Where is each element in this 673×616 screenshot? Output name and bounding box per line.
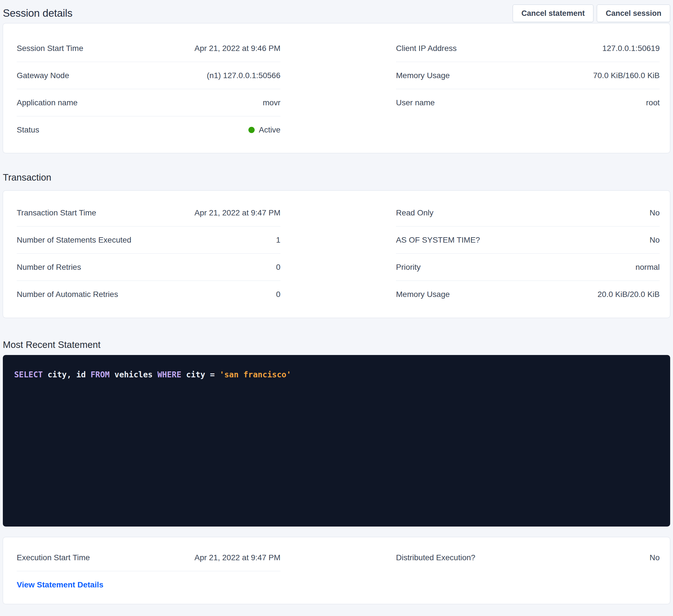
row-transaction-memory-usage: Memory Usage 20.0 KiB/20.0 KiB: [396, 281, 660, 308]
priority-label: Priority: [396, 263, 421, 272]
sql-columns: city, id: [43, 370, 91, 379]
most-recent-statement-heading: Most Recent Statement: [3, 339, 670, 350]
execution-grid: Execution Start Time Apr 21, 2022 at 9:4…: [3, 537, 670, 604]
sql-table-name: vehicles: [109, 370, 158, 379]
execution-right-column: Distributed Execution? No: [396, 544, 660, 598]
user-name-value: root: [646, 98, 660, 107]
number-of-retries-value: 0: [276, 263, 280, 272]
transaction-heading: Transaction: [3, 172, 670, 183]
view-statement-details-link[interactable]: View Statement Details: [17, 580, 103, 589]
automatic-retries-label: Number of Automatic Retries: [17, 290, 118, 299]
read-only-label: Read Only: [396, 208, 433, 218]
transaction-memory-usage-label: Memory Usage: [396, 290, 450, 299]
row-status: Status Active: [17, 116, 280, 143]
row-application-name: Application name movr: [17, 89, 280, 116]
transaction-start-time-label: Transaction Start Time: [17, 208, 96, 218]
row-as-of-system-time: AS OF SYSTEM TIME? No: [396, 227, 660, 254]
statements-executed-label: Number of Statements Executed: [17, 236, 132, 245]
user-name-label: User name: [396, 98, 435, 107]
sql-statement-line: SELECT city, id FROM vehicles WHERE city…: [14, 370, 659, 380]
application-name-value: movr: [263, 98, 280, 107]
status-label: Status: [17, 125, 39, 134]
sql-string-literal: 'san francisco': [220, 370, 291, 379]
read-only-value: No: [650, 208, 660, 218]
transaction-start-time-value: Apr 21, 2022 at 9:47 PM: [194, 208, 280, 218]
gateway-node-link[interactable]: (n1) 127.0.0.1:50566: [207, 71, 280, 80]
row-client-ip-address: Client IP Address 127.0.0.1:50619: [396, 35, 660, 62]
execution-left-column: Execution Start Time Apr 21, 2022 at 9:4…: [17, 544, 280, 598]
execution-card: Execution Start Time Apr 21, 2022 at 9:4…: [3, 537, 670, 604]
client-ip-address-label: Client IP Address: [396, 44, 457, 53]
transaction-card: Transaction Start Time Apr 21, 2022 at 9…: [3, 191, 670, 318]
session-start-time-label: Session Start Time: [17, 44, 83, 53]
top-actions: Cancel statement Cancel session: [513, 5, 670, 22]
row-distributed-execution: Distributed Execution? No: [396, 544, 660, 571]
execution-start-time-label: Execution Start Time: [17, 553, 90, 562]
cancel-statement-button[interactable]: Cancel statement: [513, 5, 594, 22]
page-title: Session details: [3, 7, 72, 19]
session-start-time-value: Apr 21, 2022 at 9:46 PM: [194, 44, 280, 53]
row-automatic-retries: Number of Automatic Retries 0: [17, 281, 280, 308]
status-value: Active: [248, 125, 280, 134]
session-memory-usage-label: Memory Usage: [396, 71, 450, 80]
row-session-start-time: Session Start Time Apr 21, 2022 at 9:46 …: [17, 35, 280, 62]
execution-start-time-value: Apr 21, 2022 at 9:47 PM: [194, 553, 280, 562]
as-of-system-time-label: AS OF SYSTEM TIME?: [396, 236, 480, 245]
row-user-name: User name root: [396, 89, 660, 116]
transaction-memory-usage-value: 20.0 KiB/20.0 KiB: [598, 290, 660, 299]
row-read-only: Read Only No: [396, 199, 660, 227]
session-summary-grid: Session Start Time Apr 21, 2022 at 9:46 …: [3, 23, 670, 153]
sql-keyword-select: SELECT: [14, 370, 43, 379]
sql-keyword-from: FROM: [91, 370, 109, 379]
session-details-page: Session details Cancel statement Cancel …: [0, 0, 673, 609]
row-statements-executed: Number of Statements Executed 1: [17, 227, 280, 254]
transaction-left-column: Transaction Start Time Apr 21, 2022 at 9…: [17, 199, 280, 308]
sql-statement-code-block: SELECT city, id FROM vehicles WHERE city…: [3, 355, 670, 527]
transaction-grid: Transaction Start Time Apr 21, 2022 at 9…: [3, 191, 670, 318]
distributed-execution-value: No: [650, 553, 660, 562]
distributed-execution-label: Distributed Execution?: [396, 553, 475, 562]
sql-predicate: city =: [181, 370, 220, 379]
row-session-memory-usage: Memory Usage 70.0 KiB/160.0 KiB: [396, 62, 660, 89]
active-status-dot-icon: [248, 127, 255, 133]
number-of-retries-label: Number of Retries: [17, 263, 81, 272]
session-summary-card: Session Start Time Apr 21, 2022 at 9:46 …: [3, 23, 670, 153]
top-bar: Session details Cancel statement Cancel …: [3, 0, 670, 23]
priority-value: normal: [635, 263, 660, 272]
application-name-label: Application name: [17, 98, 77, 107]
gateway-node-label: Gateway Node: [17, 71, 69, 80]
row-transaction-start-time: Transaction Start Time Apr 21, 2022 at 9…: [17, 199, 280, 227]
statements-executed-value: 1: [276, 236, 280, 245]
session-summary-right-column: Client IP Address 127.0.0.1:50619 Memory…: [396, 35, 660, 143]
status-text: Active: [259, 125, 280, 134]
row-priority: Priority normal: [396, 254, 660, 281]
session-summary-left-column: Session Start Time Apr 21, 2022 at 9:46 …: [17, 35, 280, 143]
session-memory-usage-value: 70.0 KiB/160.0 KiB: [593, 71, 660, 80]
sql-keyword-where: WHERE: [158, 370, 181, 379]
row-number-of-retries: Number of Retries 0: [17, 254, 280, 281]
cancel-session-button[interactable]: Cancel session: [597, 5, 670, 22]
automatic-retries-value: 0: [276, 290, 280, 299]
row-execution-start-time: Execution Start Time Apr 21, 2022 at 9:4…: [17, 544, 280, 571]
client-ip-address-value: 127.0.0.1:50619: [603, 44, 660, 53]
row-view-statement-details: View Statement Details: [17, 571, 280, 598]
transaction-right-column: Read Only No AS OF SYSTEM TIME? No Prior…: [396, 199, 660, 308]
as-of-system-time-value: No: [650, 236, 660, 245]
row-gateway-node: Gateway Node (n1) 127.0.0.1:50566: [17, 62, 280, 89]
